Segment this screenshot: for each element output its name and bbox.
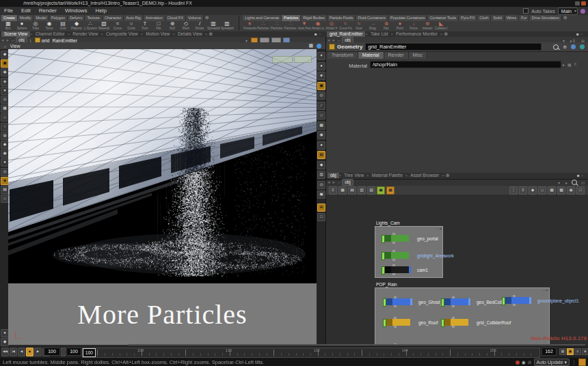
menu-edit[interactable]: Edit <box>17 7 35 15</box>
pane-tab-details-view[interactable]: Details View <box>175 31 205 37</box>
network-path-root-chip[interactable]: obj <box>342 179 353 186</box>
help-icon[interactable] <box>571 44 576 49</box>
current-frame-marker[interactable]: 100 <box>83 348 96 357</box>
shelf-tool-attract-fr[interactable]: ◎Attract fr <box>325 21 338 31</box>
current-frame-field[interactable]: 100 <box>44 348 60 356</box>
shelf-tool-box[interactable]: ▦Box <box>1 21 15 31</box>
shelf-tab-solid[interactable]: Solid <box>491 15 504 21</box>
net-view-icon[interactable]: ≡ <box>519 186 527 195</box>
node-geo_Roof[interactable]: geo_Roof <box>383 319 410 326</box>
shelf-gear-icon[interactable]: ⊕ <box>562 15 569 21</box>
maximize-pane-icon[interactable]: ■ <box>576 32 579 36</box>
shelf-tab-create[interactable]: Create <box>1 15 18 21</box>
shelf-tool-file[interactable]: □File <box>152 21 165 31</box>
shelf-tab-container-tools[interactable]: Container Tools <box>427 15 459 21</box>
range-toggle-icons[interactable] <box>61 348 66 356</box>
shelf-tool-particles-f[interactable]: ∴Particles f <box>284 21 297 31</box>
shelf-tab-character[interactable]: Character <box>103 15 124 21</box>
net-view-icon[interactable]: ◆ <box>529 186 537 195</box>
shelf-tool-tube[interactable]: ◎Tube <box>29 21 42 31</box>
vp-right-icons-icon[interactable]: ▤ <box>317 151 325 159</box>
menu-file[interactable]: File <box>0 7 17 15</box>
shelf-tool-curve[interactable]: ≈Curve <box>111 21 124 31</box>
shelf-tab-fluid-containers[interactable]: Fluid Containers <box>356 15 388 21</box>
scene-canvas[interactable] <box>8 49 317 283</box>
node-geo_Ghost_Collider[interactable]: geo_Ghost_Collider <box>383 298 412 305</box>
shelf-tab-pyro-fx[interactable]: Pyro FX <box>459 15 477 21</box>
pane-tab-grid-rainemitter[interactable]: grid_RainEmitter <box>327 31 365 37</box>
node-cam1[interactable]: cam1 <box>382 266 411 273</box>
shelf-gear-icon[interactable]: ⊕ <box>204 15 211 21</box>
new-tab-icon[interactable]: ⊕ <box>207 31 214 37</box>
search-icon[interactable] <box>553 44 559 50</box>
node-chooser-icon[interactable]: ▸ <box>561 62 566 67</box>
auto-update-selector[interactable]: Auto Update ▾ <box>534 358 570 366</box>
vp-right-icons-icon[interactable]: ▥ <box>317 171 325 179</box>
take-selector[interactable]: Main <box>558 8 578 15</box>
shelf-tool-platonic[interactable]: ◆Platonic <box>70 21 83 31</box>
range-end-field[interactable]: 162 <box>542 348 557 356</box>
node-geo_portal[interactable]: geo_portal <box>382 235 409 242</box>
shelf-tool-spreadsh[interactable]: ▥Spreadsh <box>220 21 234 31</box>
net-color-icon[interactable]: ▦ <box>386 186 395 195</box>
play-icon[interactable]: ▸ <box>564 180 569 185</box>
shelf-tool-particles-f[interactable]: ∴Particles f <box>256 21 270 31</box>
new-tab-icon[interactable]: ⊕ <box>442 31 449 37</box>
shelf-tab-particles[interactable]: Particles <box>282 15 301 21</box>
network-editor-canvas[interactable]: Lights_Cam– ×geo_portalgridlight_Areawor… <box>326 195 588 345</box>
shelf-tool-point[interactable]: ●Point <box>393 21 407 31</box>
search-icon[interactable] <box>572 180 577 185</box>
net-tab-obj[interactable]: obj <box>328 173 339 178</box>
shelf-tab-particle-fluids[interactable]: Particle Fluids <box>328 15 356 21</box>
shelf-tool-particles-f[interactable]: ∴Particles f <box>270 21 284 31</box>
playbar-option-icon[interactable]: ◈ <box>582 348 588 355</box>
vp-right-icons-icon[interactable]: ● <box>317 141 325 150</box>
up-level-icon[interactable]: ⌐ <box>336 180 342 185</box>
new-tab-icon[interactable]: ⊕ <box>444 173 451 178</box>
pane-tab-scene-view[interactable]: Scene View <box>1 31 30 37</box>
node-grid_ColliderRoof[interactable]: grid_ColliderRoof <box>441 319 468 326</box>
shelf-tab-deform[interactable]: Deform <box>68 15 85 21</box>
shelf-tool-drag[interactable]: →Drag <box>366 21 379 31</box>
vp-right-icons-icon[interactable]: ⊞ <box>317 203 325 212</box>
vp-right-icons-icon[interactable]: ● <box>317 62 325 70</box>
pane-tab-channel-editor[interactable]: Channel Editor <box>33 31 68 37</box>
auto-takes-checkbox[interactable] <box>523 8 529 14</box>
net-display-icon[interactable]: ▣ <box>377 186 385 195</box>
shelf-tool-torus[interactable]: ◉Torus <box>42 21 56 31</box>
timeline-ruler[interactable]: 108120132144156 100 <box>82 348 540 358</box>
vp-right-icons-icon[interactable]: ▾ <box>317 52 325 60</box>
message-icon[interactable]: ◉ <box>522 360 526 365</box>
maximize-pane-icon[interactable]: ■ <box>315 32 317 36</box>
vp-right-icons-icon[interactable]: ∕ <box>317 102 325 110</box>
pane-tab-render-view[interactable]: Render View <box>70 31 101 37</box>
vp-right-icons-icon[interactable]: ▦ <box>317 122 325 130</box>
pane-menu-icon[interactable]: ◦ <box>581 32 583 36</box>
playbar-option-icon[interactable]: ≡ <box>574 348 581 355</box>
param-tab-misc[interactable]: Misc <box>409 52 427 59</box>
node-geo_BedCollider[interactable]: geo_BedCollider <box>441 298 470 305</box>
shelf-tab-fur[interactable]: Fur <box>519 15 529 21</box>
net-view-icon[interactable]: ▦ <box>548 186 556 195</box>
rewind-button[interactable]: ◀◀ <box>1 348 9 356</box>
globe-icon[interactable] <box>317 44 321 48</box>
menu-render[interactable]: Render <box>35 7 61 15</box>
vp-right-icons-icon[interactable]: ◈ <box>317 72 325 80</box>
node-groundplane_object1[interactable]: groundplane_object1 <box>502 297 531 304</box>
node-name-field[interactable]: grid_RainEmitter <box>365 43 542 51</box>
shelf-tool-circle[interactable]: ○Circle <box>124 21 138 31</box>
shelf-tab-drive-simulation[interactable]: Drive Simulation <box>529 15 561 21</box>
vp-right-icons-icon[interactable]: ◉ <box>317 131 325 139</box>
playbar-option-icon[interactable]: ▣ <box>567 348 574 355</box>
shelf-tab-populate-containers[interactable]: Populate Containers <box>388 15 428 21</box>
gear-icon[interactable]: ⊕ <box>563 44 567 50</box>
play-button[interactable]: ▶ <box>34 348 42 356</box>
pane-menu-icon[interactable]: ◦ <box>582 173 583 178</box>
shelf-tool-attract-to[interactable]: ◉Attract to <box>311 21 325 31</box>
shelf-tool-null[interactable]: ⊕Null <box>165 21 179 31</box>
shelf-tool-spreadsh[interactable]: ▥Spreadsh <box>206 21 220 31</box>
shelf-tab-rigid-bodies[interactable]: Rigid Bodies <box>301 15 327 21</box>
net-view-icon[interactable]: ◉ <box>567 186 575 195</box>
pane-splitter[interactable] <box>129 344 585 346</box>
net-view-icon[interactable]: ▩ <box>557 186 565 195</box>
